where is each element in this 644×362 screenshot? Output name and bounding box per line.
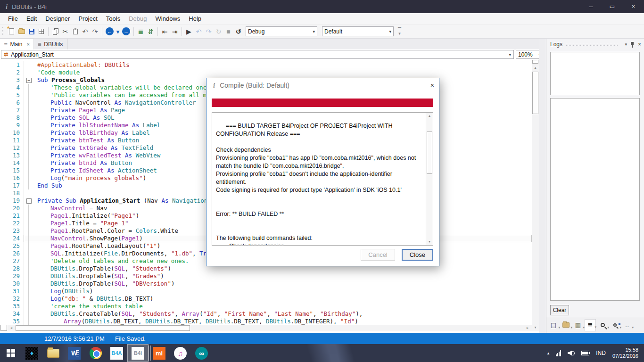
find-module-icon[interactable] xyxy=(36,26,46,37)
app-dark[interactable]: ♦ xyxy=(21,344,42,362)
outdent-icon[interactable]: ⇤ xyxy=(160,26,170,37)
mi[interactable]: mi xyxy=(149,344,170,362)
navigate-forward-icon[interactable]: → xyxy=(122,27,130,35)
dialog-close-icon[interactable]: × xyxy=(430,82,434,89)
pin-icon[interactable] xyxy=(630,41,635,48)
files-icon[interactable]: ▾ xyxy=(560,319,571,331)
vertical-scrollbar-thumb[interactable] xyxy=(532,72,538,114)
debug-mode-combobox[interactable]: Debug ▾ xyxy=(246,26,317,36)
libraries-icon[interactable]: ▤▾ xyxy=(548,319,559,331)
chrome[interactable] xyxy=(85,344,106,362)
indent-icon[interactable]: ⇥ xyxy=(170,26,180,37)
find-icon[interactable]: ▾ xyxy=(597,319,608,331)
navigate-back-menu-icon[interactable]: ▾ xyxy=(115,26,121,37)
dialog-scrollbar-thumb[interactable] xyxy=(427,132,432,174)
menu-tools[interactable]: Tools xyxy=(102,13,124,25)
itunes[interactable]: ♫ xyxy=(170,344,191,362)
resume-icon[interactable]: ↶ xyxy=(194,26,204,37)
close-panel-icon[interactable]: × xyxy=(638,41,641,48)
step-over-icon[interactable]: ↷ xyxy=(204,26,214,37)
cut-icon[interactable]: ✂ xyxy=(60,26,70,37)
code-line[interactable]: 33'create the students table xyxy=(0,303,532,310)
rebuild-icon[interactable]: ↺ xyxy=(233,26,243,37)
split-editor-handle[interactable] xyxy=(0,325,7,331)
editor-vertical-scrollbar[interactable]: ▴ ▾ xyxy=(532,59,539,331)
menu-project[interactable]: Project xyxy=(74,13,101,25)
new-file-icon[interactable]: * xyxy=(7,26,17,37)
logs-output-box[interactable] xyxy=(550,98,640,301)
code-line[interactable]: 34DBUtils.CreateTable(SQL, "Students", A… xyxy=(0,310,532,318)
network-signal-icon[interactable] xyxy=(556,350,561,356)
panel-drag-dots[interactable] xyxy=(566,43,619,46)
b4i[interactable]: B4i xyxy=(127,344,149,362)
toolbar-drag-handle[interactable] xyxy=(2,27,5,36)
menu-edit[interactable]: Edit xyxy=(22,13,41,25)
fold-toggle[interactable]: − xyxy=(24,197,33,205)
code-line[interactable]: 32Log("db: " & DBUtils.DB_TEXT) xyxy=(0,295,532,303)
run-icon[interactable]: ▶ xyxy=(184,26,194,37)
save-icon[interactable] xyxy=(26,26,36,37)
toolbar-overflow-icon[interactable]: ▔▾ xyxy=(398,28,401,35)
scroll-right-icon[interactable]: ▸ xyxy=(524,325,531,331)
step-out-icon[interactable]: ↻ xyxy=(214,26,223,37)
code-line[interactable]: 2'Code module xyxy=(0,69,532,76)
redo-icon[interactable]: ↷ xyxy=(90,26,100,37)
close-button[interactable]: × xyxy=(623,0,644,13)
stop-icon[interactable]: ■ xyxy=(223,26,233,37)
find-all-icon[interactable]: ▾ xyxy=(609,319,620,331)
comment-icon[interactable]: ≣ xyxy=(136,26,146,37)
start-button[interactable] xyxy=(0,344,21,362)
volume-icon[interactable] xyxy=(568,350,575,356)
logs-filter-box[interactable] xyxy=(550,52,640,95)
split-editor-handle[interactable] xyxy=(532,60,538,64)
clear-logs-button[interactable]: Clear xyxy=(550,305,569,315)
scroll-up-icon[interactable]: ▴ xyxy=(532,65,539,71)
close-tab-icon[interactable]: × xyxy=(26,41,29,47)
scroll-down-icon[interactable]: ▾ xyxy=(426,239,433,245)
arduino[interactable]: ∞ xyxy=(191,344,212,362)
b4a[interactable]: B4A xyxy=(106,344,127,362)
logs-icon[interactable]: ≣▾ xyxy=(585,319,596,331)
language-indicator[interactable]: IND xyxy=(596,350,606,356)
build-configuration-combobox[interactable]: Default ▾ xyxy=(322,26,394,36)
code-line[interactable]: 1#ApplicationLabel: DBUtils xyxy=(0,61,532,69)
undo-icon[interactable]: ↶ xyxy=(80,26,90,37)
navigate-back-icon[interactable]: ← xyxy=(106,27,114,35)
close-button[interactable]: Close xyxy=(402,249,433,261)
tab-dbutils[interactable]: ≣DBUtils xyxy=(34,39,68,49)
scroll-up-icon[interactable]: ▴ xyxy=(426,113,433,119)
code-line[interactable]: 31Log(DBUtils) xyxy=(0,288,532,295)
copy-icon[interactable] xyxy=(50,26,60,37)
panel-splitter[interactable] xyxy=(539,39,546,333)
more-icon[interactable]: ‥▾ xyxy=(621,319,633,331)
build-output-box[interactable]: === BUILD TARGET B4iProject OF PROJECT B… xyxy=(212,112,433,246)
scroll-down-icon[interactable]: ▾ xyxy=(532,324,539,331)
file-explorer[interactable] xyxy=(42,344,64,362)
horizontal-scrollbar-thumb[interactable] xyxy=(16,325,190,331)
panel-menu-chevron-icon[interactable]: ▾ xyxy=(625,42,627,47)
open-file-icon[interactable] xyxy=(17,26,26,37)
battery-icon[interactable] xyxy=(581,351,589,355)
modules-icon[interactable]: ▦▾ xyxy=(572,319,584,331)
fold-toggle[interactable]: − xyxy=(24,76,33,84)
uncomment-icon[interactable]: ⇵ xyxy=(146,26,156,37)
scroll-left-icon[interactable]: ◂ xyxy=(8,325,15,331)
clock[interactable]: 15:58 07/12/2016 xyxy=(612,347,638,359)
minimize-button[interactable]: ─ xyxy=(580,0,602,13)
menu-designer[interactable]: Designer xyxy=(41,13,74,25)
dialog-scrollbar[interactable]: ▴ ▾ xyxy=(426,113,433,245)
code-line[interactable]: 29DBUtils.DropTable(SQL, "Grades") xyxy=(0,272,532,280)
hidden-icons-chevron-icon[interactable]: ▴ xyxy=(547,351,550,355)
menu-file[interactable]: File xyxy=(4,13,22,25)
restore-button[interactable]: ▭ xyxy=(602,0,623,13)
code-line[interactable]: 30DBUtils.DropTable(SQL, "DBVersion") xyxy=(0,280,532,288)
editor-horizontal-scrollbar[interactable]: ◂ ▸ xyxy=(0,325,532,331)
menu-windows[interactable]: Windows xyxy=(151,13,185,25)
sub-selector-combobox[interactable]: ⇄ Application_Start ▾ xyxy=(1,50,514,59)
tab-main[interactable]: ≣Main× xyxy=(0,39,34,49)
word[interactable]: W xyxy=(64,344,85,362)
menu-help[interactable]: Help xyxy=(184,13,206,25)
code-line[interactable]: 35Array(DBUtils.DB_TEXT, DBUtils.DB_TEXT… xyxy=(0,318,532,325)
paste-icon[interactable] xyxy=(70,26,80,37)
menu-debug[interactable]: Debug xyxy=(124,13,151,25)
